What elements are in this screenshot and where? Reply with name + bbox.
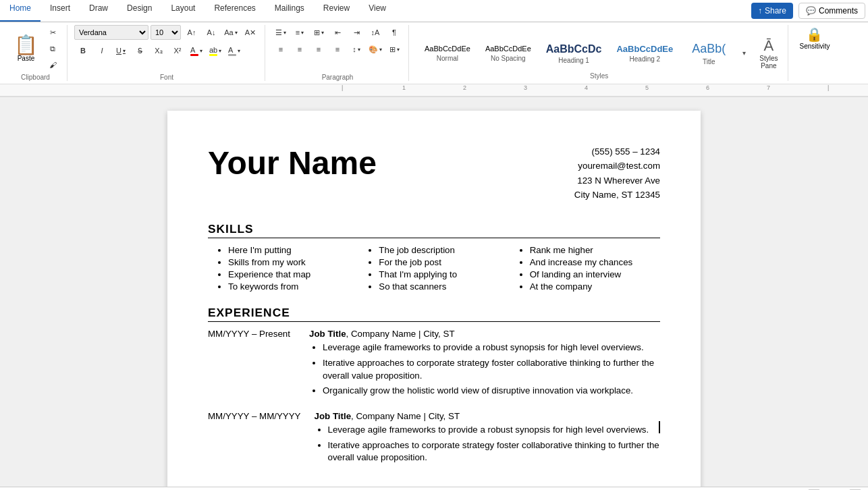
- format-painter-button[interactable]: 🖌: [44, 57, 61, 72]
- contact-phone: (555) 555 – 1234: [574, 144, 660, 159]
- strikethrough-button[interactable]: S̶: [131, 43, 148, 58]
- right-sidebar: [858, 97, 868, 487]
- font-color-button[interactable]: A ▾: [188, 43, 205, 58]
- list-item: That I'm applying to: [379, 269, 509, 279]
- style-title-label: Title: [703, 58, 715, 65]
- style-heading1[interactable]: AaBbCcDc Heading 1: [540, 40, 608, 66]
- reader-view-btn[interactable]: 📖: [779, 488, 796, 491]
- main-area: Your Name (555) 555 – 1234 youremail@tes…: [0, 97, 868, 487]
- exp-details-1: Job Title, Company Name | City, ST Lever…: [309, 329, 660, 400]
- left-sidebar: [0, 97, 10, 487]
- list-item: Organically grow the holistic world view…: [323, 385, 660, 398]
- tab-home[interactable]: Home: [0, 0, 40, 22]
- paste-button[interactable]: 📋 Paste: [9, 34, 43, 64]
- exp-company-1: , Company Name | City, ST: [346, 329, 455, 339]
- exp-title-company-1: Job Title, Company Name | City, ST: [309, 329, 660, 339]
- tab-references[interactable]: References: [205, 0, 265, 22]
- styles-more-button[interactable]: ▾: [738, 49, 749, 57]
- list-item: Of landing an interview: [530, 269, 660, 279]
- print-layout-btn[interactable]: ▣: [733, 488, 751, 491]
- subscript-button[interactable]: X₂: [150, 43, 167, 58]
- cut-button[interactable]: ✂: [44, 25, 61, 40]
- increase-indent-button[interactable]: ⇥: [348, 25, 365, 40]
- document[interactable]: Your Name (555) 555 – 1234 youremail@tes…: [167, 111, 701, 487]
- multilevel-list-button[interactable]: ⊞▾: [310, 25, 327, 40]
- clipboard-label: Clipboard: [21, 72, 50, 81]
- numbering-button[interactable]: ≡▾: [291, 25, 308, 40]
- shading-button[interactable]: 🎨▾: [367, 42, 384, 57]
- tab-design[interactable]: Design: [117, 0, 161, 22]
- style-heading2-label: Heading 2: [630, 55, 661, 63]
- tab-view[interactable]: View: [359, 0, 396, 22]
- exp-title-2: Job Title: [315, 411, 352, 421]
- bullets-button[interactable]: ☰▾: [272, 25, 290, 40]
- style-nospacing[interactable]: AaBbCcDdEe No Spacing: [479, 42, 537, 63]
- tab-review[interactable]: Review: [314, 0, 359, 22]
- style-normal-preview: AaBbCcDdEe: [425, 44, 470, 54]
- decrease-font-button[interactable]: A↓: [202, 25, 220, 40]
- exp-company-2: , Company Name | City, ST: [351, 411, 460, 421]
- tab-insert[interactable]: Insert: [40, 0, 80, 22]
- tab-layout[interactable]: Layout: [161, 0, 205, 22]
- underline-button[interactable]: U▾: [112, 43, 130, 58]
- group-paragraph: ☰▾ ≡▾ ⊞▾ ⇤ ⇥ ↕A ¶ ≡ ≡ ≡ ≡ ↕▾ 🎨▾ ⊞▾: [267, 25, 409, 81]
- styles-pane-icon: Ā: [764, 37, 774, 55]
- experience-entry-1: MM/YYYY – Present Job Title, Company Nam…: [208, 329, 660, 400]
- sensitivity-button[interactable]: 🔒 Sensitivity: [795, 25, 834, 51]
- style-normal-label: Normal: [437, 55, 458, 62]
- styles-label: Styles: [590, 71, 608, 80]
- list-item: Iterative approaches to corporate strate…: [328, 439, 660, 464]
- list-item: Skills from my work: [228, 257, 358, 267]
- copy-button[interactable]: ⧉: [44, 41, 61, 56]
- style-normal[interactable]: AaBbCcDdEe Normal: [418, 42, 477, 63]
- share-button[interactable]: ↑ Share: [751, 3, 793, 19]
- list-item: Iterative approaches to corporate strate…: [323, 357, 660, 382]
- list-item: So that scanners: [379, 281, 509, 292]
- style-heading2[interactable]: AaBbCcDdEe Heading 2: [610, 41, 679, 65]
- align-left-button[interactable]: ≡: [272, 42, 290, 57]
- exp-title-1: Job Title: [309, 329, 346, 339]
- web-layout-btn[interactable]: ⊞: [756, 488, 774, 491]
- clear-formatting-button[interactable]: A✕: [242, 25, 259, 40]
- group-styles: AaBbCcDdEe Normal AaBbCcDdEe No Spacing …: [410, 25, 788, 81]
- text-shading-button[interactable]: A ▾: [225, 43, 243, 58]
- italic-button[interactable]: I: [93, 43, 111, 58]
- exp-date-1: MM/YYYY – Present: [208, 329, 296, 400]
- highlight-color-button[interactable]: ab ▾: [207, 43, 224, 58]
- justify-button[interactable]: ≡: [329, 42, 346, 57]
- author-name: Your Name: [208, 144, 377, 182]
- status-bar-right: Focus ▣ ⊞ 📖 − 129% +: [693, 488, 861, 491]
- skills-col-1: Here I'm putting Skills from my work Exp…: [208, 245, 358, 294]
- align-center-button[interactable]: ≡: [291, 42, 308, 57]
- ribbon-toolbar: 📋 Paste ✂ ⧉ 🖌 Clipboard Verdana: [0, 22, 868, 84]
- paragraph-label: Paragraph: [322, 72, 354, 81]
- font-size-select[interactable]: 10: [151, 25, 181, 40]
- change-case-button[interactable]: Aa▾: [222, 25, 240, 40]
- tab-draw[interactable]: Draw: [80, 0, 117, 22]
- paste-icon: 📋: [14, 36, 38, 55]
- borders-button[interactable]: ⊞▾: [385, 42, 403, 57]
- style-heading1-preview: AaBbCcDc: [546, 42, 602, 57]
- doc-header: Your Name (555) 555 – 1234 youremail@tes…: [208, 144, 660, 202]
- document-container[interactable]: Your Name (555) 555 – 1234 youremail@tes…: [10, 97, 858, 487]
- font-family-select[interactable]: Verdana: [74, 25, 148, 40]
- comments-icon: 💬: [806, 6, 816, 16]
- superscript-button[interactable]: X²: [169, 43, 186, 58]
- decrease-indent-button[interactable]: ⇤: [329, 25, 346, 40]
- align-right-button[interactable]: ≡: [310, 42, 327, 57]
- bold-button[interactable]: B: [74, 43, 92, 58]
- style-title[interactable]: AaBb( Title: [682, 38, 736, 67]
- style-nospacing-preview: AaBbCcDdEe: [485, 44, 531, 54]
- line-spacing-button[interactable]: ↕▾: [348, 42, 365, 57]
- styles-pane-button[interactable]: Ā Styles Pane: [755, 35, 782, 72]
- exp-date-2: MM/YYYY – MM/YYYY: [208, 411, 301, 467]
- list-item: Experience that map: [228, 269, 358, 279]
- contact-info: (555) 555 – 1234 youremail@test.com 123 …: [574, 144, 660, 202]
- group-font: Verdana 10 A↑ A↓ Aa▾ A✕ B I U▾ S̶ X₂: [69, 25, 265, 81]
- show-formatting-button[interactable]: ¶: [385, 25, 403, 40]
- tab-mailings[interactable]: Mailings: [265, 0, 314, 22]
- increase-font-button[interactable]: A↑: [183, 25, 200, 40]
- sort-button[interactable]: ↕A: [367, 25, 384, 40]
- comments-button[interactable]: 💬 Comments: [798, 3, 865, 19]
- ribbon: Home Insert Draw Design Layout Reference…: [0, 0, 868, 97]
